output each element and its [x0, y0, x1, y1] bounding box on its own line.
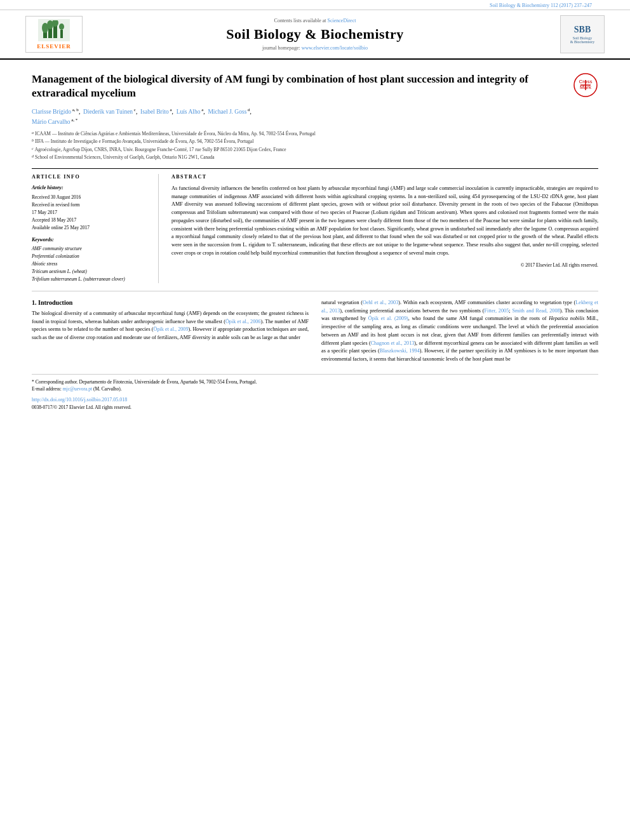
affil-a-sup: a [32, 130, 34, 137]
contents-line: Contents lists available at ScienceDirec… [83, 18, 547, 23]
cite-smith-read-2008[interactable]: Smith and Read, 2008 [512, 308, 560, 314]
author-vantuinen[interactable]: Diederik van Tuinen [83, 109, 133, 115]
cite-opik-2009[interactable]: Öpik et al., 2009 [154, 326, 189, 332]
keyword-3: Abiotic stress [32, 260, 149, 268]
cite-oehl-2003[interactable]: Oehl et al., 2003 [363, 300, 398, 305]
section-divider [32, 291, 598, 291]
cite-chagnon-2013[interactable]: Chagnon et al., 2013 [371, 340, 415, 346]
species-lolium: Lolium rigidum [373, 210, 406, 215]
article-info-abstract-section: ARTICLE INFO Article history: Received 3… [32, 168, 598, 283]
intro-number: 1. [32, 299, 37, 306]
author-brigido-sup: a, b [71, 107, 79, 112]
affil-d-text: School of Environmental Sciences, Univer… [35, 154, 215, 161]
cite-opik-2006[interactable]: Öpik et al., 2006 [225, 319, 261, 324]
affil-c-text: Agroécologie, AgroSup Dijon, CNRS, INRA,… [35, 146, 286, 153]
keyword-2: Preferential colonization [32, 253, 149, 260]
author-alho-sup: a [200, 107, 203, 112]
article-title: Management of the biological diversity o… [32, 72, 573, 100]
author-alho[interactable]: Luís Alho [177, 109, 201, 115]
affil-a-text: ICAAM — Instituto de Ciências Agrárias e… [35, 130, 316, 137]
abstract-text: As functional diversity influences the b… [171, 185, 598, 257]
journal-logo-right: SBB Soil Biology& Biochemistry [560, 15, 605, 53]
abstract-column: ABSTRACT As functional diversity influen… [171, 174, 598, 283]
crossmark-container: Cross Mark [573, 72, 598, 99]
journal-header-center: Contents lists available at ScienceDirec… [83, 18, 547, 51]
species-l-rigidum: L. rigidum [243, 242, 265, 248]
body-left-column: 1. Introduction The biological diversity… [32, 299, 309, 368]
elsevier-tree-icon [40, 20, 69, 41]
author-goss-sup: d [246, 107, 250, 112]
page-container: Soil Biology & Biochemistry 112 (2017) 2… [0, 0, 630, 840]
homepage-label: journal homepage: [262, 45, 300, 51]
intro-title: Introduction [38, 299, 72, 306]
affil-d-sup: d [32, 154, 34, 161]
affil-d: d School of Environmental Sciences, Univ… [32, 154, 598, 161]
author-brigido[interactable]: Clarisse Brígido [32, 109, 71, 115]
revised-date: 17 May 2017 [32, 209, 149, 217]
introduction-heading: 1. Introduction [32, 299, 309, 306]
keywords-label: Keywords: [32, 237, 149, 243]
email-label: E-mail address: [32, 386, 62, 392]
intro-paragraph-1: The biological diversity of a community … [32, 310, 309, 342]
journal-logo-letters: SBB [574, 25, 591, 34]
affil-b-sup: b [32, 138, 34, 145]
article-info-heading: ARTICLE INFO [32, 174, 149, 180]
journal-homepage: journal homepage: www.elsevier.com/locat… [83, 45, 547, 51]
cite-opik-2009b[interactable]: Öpik et al. (2009) [368, 316, 408, 321]
journal-title: Soil Biology & Biochemistry [83, 26, 547, 43]
affil-c: c Agroécologie, AgroSup Dijon, CNRS, INR… [32, 146, 598, 153]
cite-blaszkowski-1994[interactable]: Blaszkowski, 1994 [380, 348, 420, 354]
svg-rect-2 [53, 25, 57, 38]
affil-c-sup: c [32, 146, 34, 153]
keyword-5: Trifolium subterraneum L. (subterranean … [32, 276, 149, 283]
body-two-column: 1. Introduction The biological diversity… [32, 299, 598, 368]
corresponding-text: * Corresponding author. Departamento de … [32, 379, 257, 385]
author-goss[interactable]: Michael J. Goss [208, 109, 246, 115]
species-t-subterraneum: T. subterraneum [272, 242, 306, 248]
journal-logo-right-container: SBB Soil Biology& Biochemistry [547, 15, 605, 53]
journal-ref-text: Soil Biology & Biochemistry 112 (2017) 2… [490, 3, 592, 8]
species-hepatica: Hepatica nobilis [549, 316, 584, 321]
elsevier-icon [38, 19, 70, 41]
elsevier-text: ELSEVIER [37, 43, 71, 50]
affiliations: a ICAAM — Instituto de Ciências Agrárias… [32, 130, 598, 161]
author-carvalho[interactable]: Mário Carvalho [32, 119, 70, 125]
cite-fitter-2005[interactable]: Fitter, 2005 [485, 308, 509, 314]
author-brito-sup: a [169, 107, 172, 112]
affil-a: a ICAAM — Instituto de Ciências Agrárias… [32, 130, 598, 137]
crossmark-icon: Cross Mark [573, 72, 598, 98]
elsevier-logo: ELSEVIER [25, 16, 83, 53]
revised-label: Received in revised form [32, 201, 149, 209]
doi-link[interactable]: http://dx.doi.org/10.1016/j.soilbio.2017… [32, 397, 127, 403]
science-direct-link[interactable]: ScienceDirect [328, 18, 356, 23]
email-person: (M. Carvalho). [93, 386, 122, 392]
svg-point-6 [59, 23, 64, 30]
issn-copyright: 0038-0717/© 2017 Elsevier Ltd. All right… [32, 404, 598, 411]
history-label: Article history: [32, 185, 149, 190]
online-date: Available online 25 May 2017 [32, 224, 149, 232]
abstract-heading: ABSTRACT [171, 174, 598, 180]
article-title-section: Management of the biological diversity o… [32, 66, 598, 100]
keyword-1: AMF community structure [32, 245, 149, 253]
author-carvalho-sup: a, * [70, 117, 77, 123]
body-right-column: natural vegetation (Oehl et al., 2003). … [321, 299, 598, 368]
article-info-column: ARTICLE INFO Article history: Received 3… [32, 174, 159, 283]
homepage-url[interactable]: www.elsevier.com/locate/soilbio [302, 45, 368, 51]
author-vantuinen-sup: c [133, 107, 136, 112]
contents-text: Contents lists available at [274, 18, 326, 23]
svg-rect-7 [60, 30, 63, 38]
authors-list: Clarisse Brígido a, b, Diederik van Tuin… [32, 107, 598, 126]
author-brito[interactable]: Isabel Brito [140, 109, 169, 115]
species-trifolium: Trifolium subterraneum [206, 210, 257, 215]
affil-b-text: IIFA — Instituto de Investigação e Forma… [35, 138, 253, 145]
keyword-4: Triticum aestivum L. (wheat) [32, 268, 149, 276]
copyright-text: © 2017 Elsevier Ltd. All rights reserved… [171, 262, 598, 268]
corresponding-author: * Corresponding author. Departamento de … [32, 378, 598, 385]
main-content: Management of the biological diversity o… [0, 60, 630, 423]
email-link[interactable]: mjc@uevora.pt [63, 386, 92, 392]
footnote-section: * Corresponding author. Departamento de … [32, 374, 598, 411]
journal-logo-small: Soil Biology& Biochemistry [570, 36, 595, 44]
species-triticum: Triticum aestivum [417, 210, 455, 215]
email-line: E-mail address: mjc@uevora.pt (M. Carval… [32, 385, 598, 392]
received-date: Received 30 August 2016 [32, 194, 149, 201]
